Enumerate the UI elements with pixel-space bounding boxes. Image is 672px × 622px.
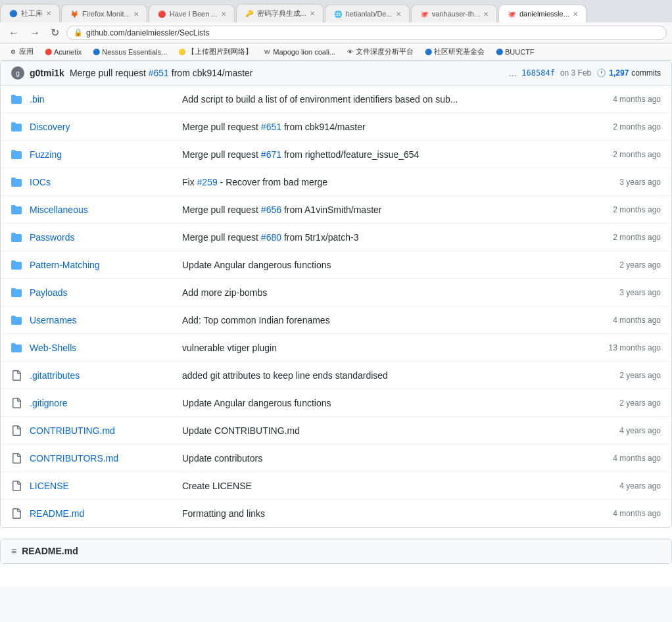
tab-2[interactable]: 🦊 Firefox Monit... ✕ [61,5,147,22]
table-row: Web-Shells vulnerable vtiger plugin 13 m… [1,334,671,362]
file-commit-msg-miscellaneous: Merge pull request #656 from A1vinSmith/… [182,204,587,215]
lock-icon: 🔒 [74,28,83,37]
file-commit-msg-contributing: Update CONTRIBUTING.md [182,425,587,436]
bookmark-acunetix[interactable]: 🔴 Acunetix [40,47,85,57]
tab-6[interactable]: 🐙 vanhauser-th... ✕ [411,5,497,22]
file-name-webshells[interactable]: Web-Shells [30,343,174,353]
bookmark-nessus[interactable]: 🔵 Nessus Essentials... [88,47,171,57]
tab-1-label: 社工库 [21,9,43,18]
commit-message: Merge pull request #651 from cbk914/mast… [70,68,504,78]
file-name-miscellaneous[interactable]: Miscellaneous [30,204,174,215]
file-icon [11,398,22,408]
folder-icon [11,94,22,105]
bookmark-acunetix-icon: 🔴 [44,48,52,56]
history-icon: 🕐 [596,68,606,78]
file-time-contributors: 4 months ago [595,454,661,463]
file-time-usernames: 4 months ago [595,316,661,325]
miscellaneous-pr-link[interactable]: #656 [261,204,281,215]
bookmark-buuctf-icon: 🔵 [495,48,503,56]
table-row: CONTRIBUTORS.md Update contributors 4 mo… [1,444,671,472]
tab-6-close[interactable]: ✕ [483,11,489,18]
file-name-discovery[interactable]: Discovery [30,122,174,132]
file-icon [11,425,22,436]
commit-dots[interactable]: ... [509,68,517,78]
tab-3-label: Have I Been ... [170,10,218,18]
tab-5-favicon: 🌐 [333,9,343,18]
tab-7-close[interactable]: ✕ [573,11,578,18]
commits-count-link[interactable]: 1,297 [609,68,629,78]
tab-4[interactable]: 🔑 密码字典生成... ✕ [236,4,324,22]
file-commit-msg-readme: Formatting and links [182,508,587,519]
file-name-contributors[interactable]: CONTRIBUTORS.md [30,453,174,464]
file-name-payloads[interactable]: Payloads [30,287,174,298]
table-row: Payloads Add more zip-bombs 3 years ago [1,279,671,306]
tab-7-favicon: 🐙 [507,9,516,18]
reload-button[interactable]: ↻ [47,25,62,40]
bookmark-file-analysis[interactable]: 👁 文件深度分析平台 [342,45,418,58]
file-time-discovery: 2 months ago [595,122,661,132]
file-name-fuzzing[interactable]: Fuzzing [30,149,174,160]
table-row: .gitignore Update Angular dangerous func… [1,389,671,417]
file-time-iocs: 3 years ago [595,178,661,187]
discovery-pr-link[interactable]: #651 [261,122,281,132]
bookmark-mapogo[interactable]: W Mapogo lion coali... [259,47,339,57]
file-name-pattern-matching[interactable]: Pattern-Matching [30,260,174,270]
address-bar[interactable]: 🔒 github.com/danielmiessler/SecLists [66,26,667,40]
tab-7[interactable]: 🐙 danielmiessle... ✕ [498,5,587,22]
tab-2-close[interactable]: ✕ [133,11,139,18]
tab-6-label: vanhauser-th... [432,10,480,18]
tab-5[interactable]: 🌐 hetianlab/De... ✕ [325,5,410,22]
table-row: Usernames Add: Top common Indian forenam… [1,306,671,334]
file-name-usernames[interactable]: Usernames [30,315,174,325]
commit-pr-link[interactable]: #651 [149,68,169,78]
passwords-pr-link[interactable]: #680 [261,232,281,243]
forward-button[interactable]: → [26,26,43,40]
file-name-passwords[interactable]: Passwords [30,232,174,243]
bookmark-upload-icon: 🟡 [178,48,185,56]
commit-hash-link[interactable]: 168584f [521,68,555,78]
bookmark-buuctf[interactable]: 🔵 BUUCTF [491,47,539,57]
tab-1[interactable]: 🔵 社工库 ✕ [0,4,60,22]
folder-icon [11,287,22,298]
tab-1-close[interactable]: ✕ [46,10,51,17]
tab-7-label: danielmiessle... [519,10,569,18]
file-icon [11,370,22,381]
tab-3-close[interactable]: ✕ [221,11,226,18]
file-name-contributing[interactable]: CONTRIBUTING.md [30,425,174,436]
bookmark-buuctf-label: BUUCTF [505,48,535,56]
readme-section: ≡ README.md [0,538,672,564]
back-button[interactable]: ← [5,26,22,40]
bookmark-community[interactable]: 🔵 社区研究基金会 [420,45,489,58]
bookmark-upload-label: 【上传图片到网络】 [187,47,252,57]
table-row: LICENSE Create LICENSE 4 years ago [1,472,671,500]
tab-5-close[interactable]: ✕ [396,11,401,18]
tab-3[interactable]: 🔴 Have I Been ... ✕ [149,5,235,22]
bookmark-upload[interactable]: 🟡 【上传图片到网络】 [174,45,256,58]
bookmark-apps[interactable]: ⚙ 应用 [5,45,37,58]
tab-4-favicon: 🔑 [245,9,254,18]
file-icon [11,481,22,491]
iocs-pr-link[interactable]: #259 [197,177,218,187]
file-name-iocs[interactable]: IOCs [30,177,174,187]
file-time-gitattributes: 2 years ago [595,371,661,380]
file-name-license[interactable]: LICENSE [30,481,174,491]
bookmark-nessus-label: Nessus Essentials... [102,48,167,56]
file-icon [11,453,22,464]
bookmark-apps-icon: ⚙ [9,48,17,56]
table-row: Miscellaneous Merge pull request #656 fr… [1,196,671,224]
fuzzing-pr-link[interactable]: #671 [261,149,281,160]
file-commit-msg-gitattributes: added git attributes to keep line ends s… [182,370,587,381]
file-name-gitignore[interactable]: .gitignore [30,398,174,408]
table-row: Passwords Merge pull request #680 from 5… [1,224,671,251]
tab-4-label: 密码字典生成... [257,9,306,18]
file-commit-msg-license: Create LICENSE [182,481,587,491]
commit-author[interactable]: g0tmi1k [30,68,64,78]
file-name-gitattributes[interactable]: .gitattributes [30,370,174,381]
readme-header: ≡ README.md [1,539,671,563]
table-row: README.md Formatting and links 4 months … [1,500,671,527]
commit-message-text: Merge pull request [70,68,146,78]
tab-4-close[interactable]: ✕ [310,10,315,17]
file-name-readme[interactable]: README.md [30,508,174,519]
file-name-bin[interactable]: .bin [30,94,174,105]
table-row: Fuzzing Merge pull request #671 from rig… [1,141,671,168]
